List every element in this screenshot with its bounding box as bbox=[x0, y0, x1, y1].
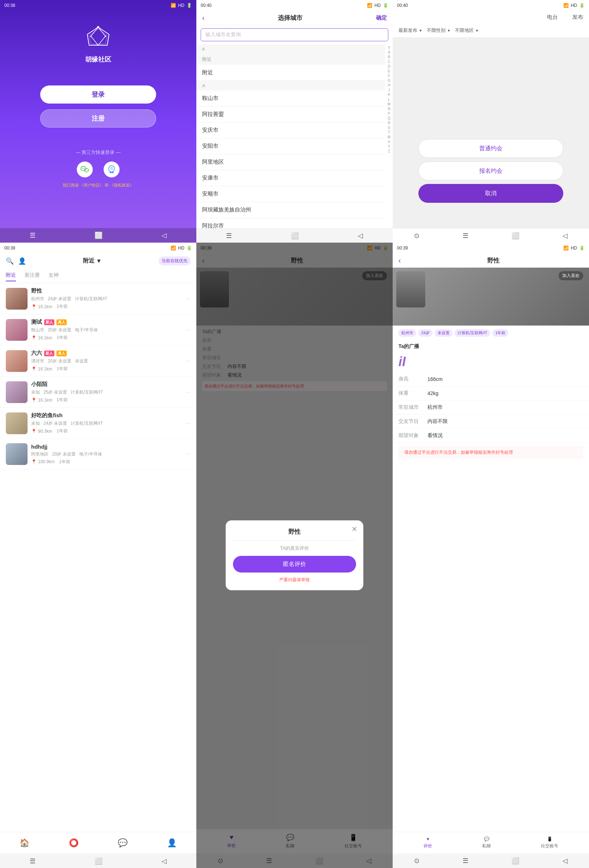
user-more-fish[interactable]: ··· bbox=[186, 420, 191, 427]
warning-text-full: 请勿通过平台进行不法交易，如被举报核实将作封号处理 bbox=[398, 446, 583, 459]
nav-left-btn-dating[interactable]: ◁ bbox=[562, 232, 568, 240]
profile-full-back[interactable]: ‹ bbox=[398, 256, 401, 265]
profile-full-header: ‹ 野性 bbox=[393, 254, 589, 267]
city-item-ali[interactable]: 阿里地区 bbox=[196, 154, 385, 170]
city-back-button[interactable]: ‹ bbox=[202, 14, 205, 22]
modal-close-button[interactable]: ✕ bbox=[351, 525, 358, 533]
filter-region[interactable]: 不限地区 ▼ bbox=[455, 27, 479, 34]
city-label-full: 常驻城市 bbox=[398, 404, 428, 410]
social-action-full[interactable]: 📱 社交账号 bbox=[541, 837, 558, 849]
top-tabs: 电台 发布 bbox=[393, 11, 589, 24]
add-like-button-full[interactable]: 加入喜欢 bbox=[559, 271, 583, 280]
user-more-xiaomomo[interactable]: ··· bbox=[186, 389, 191, 396]
city-item-anyang[interactable]: 安阳市 bbox=[196, 138, 385, 154]
city-item-ankang[interactable]: 安康市 bbox=[196, 170, 385, 186]
user-item-liuliu[interactable]: 六六 新人 真人 漯河市 20岁·未设置 未设置 📍 16.1km 1年前 ··… bbox=[0, 345, 196, 376]
user-item-fish[interactable]: 好吃的鱼fish 未知 24岁·未设置 计算机/互联网/IT 📍 90.3km … bbox=[0, 408, 196, 439]
nav-menu-btn-dating[interactable]: ☰ bbox=[463, 232, 468, 240]
sys-nav-home[interactable]: ⬜ bbox=[95, 857, 102, 865]
broadcast-section-title: Ta的广播 bbox=[393, 340, 589, 351]
tab-publish[interactable]: 发布 bbox=[572, 14, 583, 21]
nav-discover-item[interactable]: ⭕ bbox=[69, 838, 78, 848]
qq-login-button[interactable] bbox=[104, 161, 120, 177]
tab-goddess[interactable]: 女神 bbox=[49, 270, 59, 281]
city-item-anshan[interactable]: 鞍山市 bbox=[196, 90, 385, 106]
nav-home-item[interactable]: 🏠 bbox=[19, 838, 30, 848]
tab-new[interactable]: 新注册 bbox=[25, 270, 40, 281]
signup-date-button[interactable]: 报名约会 bbox=[418, 161, 563, 180]
modal-report-link[interactable]: 严重问题请举报 bbox=[279, 577, 310, 583]
user-meta-hdhdjj: 阿里地区 20岁·未设置 电子/半导体 bbox=[31, 451, 182, 458]
location-selector[interactable]: 附近 ▼ bbox=[83, 257, 102, 265]
social-icons bbox=[77, 161, 120, 177]
user-more-hdhdjj[interactable]: ··· bbox=[186, 451, 191, 458]
nav-back-btn-dating[interactable]: ⊙ bbox=[414, 232, 419, 240]
wechat-login-button[interactable] bbox=[77, 161, 93, 177]
system-nav-userlist: ☰ ⬜ ◁ bbox=[0, 853, 196, 868]
sys-nav-back-full[interactable]: ⊙ bbox=[414, 857, 419, 865]
cancel-date-button[interactable]: 取消 bbox=[418, 184, 563, 203]
height-label-full: 身高 bbox=[398, 376, 428, 382]
city-item-aba[interactable]: 阿坝藏族羌族自治州 bbox=[196, 202, 385, 218]
login-button[interactable]: 登录 bbox=[40, 86, 156, 103]
logo-area: 胡缘社区 bbox=[84, 25, 112, 64]
person-icon[interactable]: 👤 bbox=[18, 257, 26, 265]
filter-latest-arrow: ▼ bbox=[419, 29, 422, 32]
city-item-alaer[interactable]: 阿拉尔市 bbox=[196, 218, 385, 228]
city-item-alashanmeng[interactable]: 阿拉善盟 bbox=[196, 106, 385, 123]
sub-tabs: 附近 新注册 女神 bbox=[0, 268, 196, 283]
nav-home-btn-dating[interactable]: ⬜ bbox=[512, 232, 519, 240]
user-more-yexing[interactable]: ··· bbox=[186, 295, 191, 302]
register-button[interactable]: 注册 bbox=[40, 109, 156, 127]
city-search-input[interactable]: 输入城市名查询 bbox=[201, 28, 388, 41]
tag-city: 杭州市 bbox=[398, 329, 416, 337]
city-item-anqing[interactable]: 安庆市 bbox=[196, 123, 385, 138]
search-icon[interactable]: 🔍 bbox=[6, 257, 14, 265]
chat-action-full[interactable]: 💬 私聊 bbox=[482, 837, 491, 849]
nav-profile-item[interactable]: 👤 bbox=[167, 838, 177, 848]
normal-date-button[interactable]: 普通约会 bbox=[418, 139, 563, 158]
user-item-hdhdjj[interactable]: hdhdjj 阿里地区 20岁·未设置 电子/半导体 📍 100.9km 1年前… bbox=[0, 439, 196, 470]
tag-age: 24岁 bbox=[418, 329, 432, 337]
city-items-list: # 附近 附近 A 鞍山市 阿拉善盟 安庆市 安阳市 阿里地区 安康市 安顺市 … bbox=[196, 44, 385, 228]
user-more-liuliu[interactable]: ··· bbox=[186, 358, 191, 364]
profile-full-img-area: 加入喜欢 bbox=[393, 267, 589, 326]
modal-anon-button[interactable]: 匿名评价 bbox=[233, 556, 356, 573]
filter-gender[interactable]: 不限性别 ▼ bbox=[427, 27, 451, 34]
user-info-fish: 好吃的鱼fish 未知 24岁·未设置 计算机/互联网/IT 📍 90.3km … bbox=[31, 412, 182, 434]
city-item-anshun[interactable]: 安顺市 bbox=[196, 186, 385, 202]
user-location-ceshi: 📍 16.1km 1年前 bbox=[31, 335, 182, 341]
nav-back-icon[interactable]: ◁ bbox=[161, 232, 167, 239]
friend-label-full: 交友节目 bbox=[398, 418, 428, 425]
city-header: ‹ 选择城市 确定 bbox=[196, 11, 393, 25]
user-item-xiaomomo[interactable]: 小陌陌 未知 25岁·未设置 计算机/互联网/IT 📍 16.1km 1年前 ·… bbox=[0, 376, 196, 408]
review-action-full[interactable]: ♥ 评价 bbox=[423, 837, 432, 849]
tab-nearby[interactable]: 附近 bbox=[6, 270, 16, 281]
header-left: 🔍 👤 bbox=[6, 257, 26, 265]
user-item-yexing[interactable]: 野性 杭州市 24岁·未设置 计算机/互联网/IT 📍 16.1km 1年前 ·… bbox=[0, 283, 196, 314]
time-userlist: 00:39 bbox=[4, 245, 15, 251]
status-icons-login: 📶 HD 🔋 bbox=[171, 3, 192, 8]
sys-nav-menu-full[interactable]: ☰ bbox=[463, 857, 468, 865]
avatar-ceshi bbox=[6, 319, 28, 341]
city-item-nearby[interactable]: 附近 bbox=[196, 65, 385, 81]
nav-home-city[interactable]: ⬜ bbox=[291, 232, 299, 240]
nav-menu-city[interactable]: ☰ bbox=[226, 232, 232, 240]
profile-tags-row: 杭州市 24岁 未设置 计算机/互联网/IT 1年前 bbox=[393, 326, 589, 340]
nav-home-icon[interactable]: ⬜ bbox=[95, 232, 102, 239]
sys-nav-left-full[interactable]: ◁ bbox=[562, 857, 568, 865]
sys-nav-home-full[interactable]: ⬜ bbox=[512, 857, 519, 865]
home-icon: 🏠 bbox=[19, 838, 30, 848]
nav-back-city[interactable]: ◁ bbox=[358, 232, 363, 240]
user-more-ceshi[interactable]: ··· bbox=[186, 327, 191, 333]
tab-radio[interactable]: 电台 bbox=[547, 14, 558, 21]
new-tag-liuliu: 新人 bbox=[44, 351, 54, 356]
sys-nav-menu[interactable]: ☰ bbox=[30, 857, 36, 865]
filter-latest[interactable]: 最新发布 ▼ bbox=[398, 27, 422, 34]
nav-message-item[interactable]: 💬 bbox=[118, 838, 127, 848]
sys-nav-back[interactable]: ◁ bbox=[161, 857, 167, 865]
user-meta-yexing: 杭州市 24岁·未设置 计算机/互联网/IT bbox=[31, 296, 182, 302]
city-confirm-button[interactable]: 确定 bbox=[376, 15, 387, 21]
user-item-ceshi[interactable]: 测试 新人 真人 鞍山市 20岁·未设置 电子/半导体 📍 16.1km 1年前… bbox=[0, 314, 196, 345]
nav-menu-icon[interactable]: ☰ bbox=[30, 232, 36, 239]
